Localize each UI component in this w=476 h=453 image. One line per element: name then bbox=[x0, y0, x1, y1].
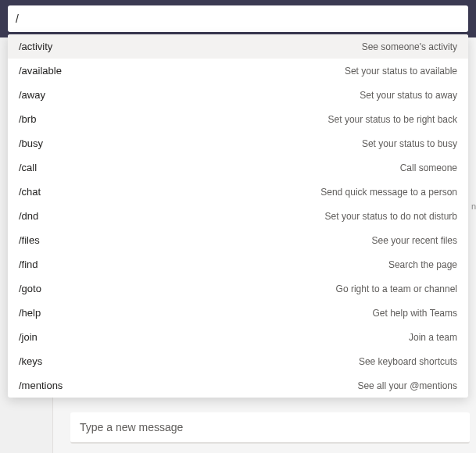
command-name: /away bbox=[19, 89, 45, 101]
command-item-mentions[interactable]: /mentionsSee all your @mentions bbox=[8, 373, 468, 398]
command-description: See your recent files bbox=[372, 235, 457, 246]
command-description: See all your @mentions bbox=[357, 380, 457, 391]
command-name: /join bbox=[19, 331, 38, 343]
command-name: /dnd bbox=[19, 210, 38, 222]
command-description: Get help with Teams bbox=[373, 308, 458, 319]
cropped-text: n bbox=[471, 202, 476, 211]
command-name: /available bbox=[19, 65, 62, 77]
message-input[interactable] bbox=[80, 421, 460, 433]
command-description: Send quick message to a person bbox=[320, 187, 457, 198]
command-description: Join a team bbox=[409, 332, 457, 343]
command-item-activity[interactable]: /activitySee someone's activity bbox=[8, 34, 468, 59]
command-name: /keys bbox=[19, 355, 42, 367]
command-description: Call someone bbox=[400, 162, 457, 173]
command-item-busy[interactable]: /busySet your status to busy bbox=[8, 131, 468, 155]
command-suggestions-dropdown: /activitySee someone's activity/availabl… bbox=[8, 34, 468, 398]
command-description: Search the page bbox=[388, 259, 457, 270]
command-item-join[interactable]: /joinJoin a team bbox=[8, 325, 468, 349]
command-description: See keyboard shortcuts bbox=[359, 356, 457, 367]
command-description: See someone's activity bbox=[362, 41, 457, 52]
title-bar bbox=[0, 0, 476, 37]
command-description: Set your status to available bbox=[345, 66, 457, 77]
command-item-goto[interactable]: /gotoGo right to a team or channel bbox=[8, 276, 468, 301]
command-name: /mentions bbox=[19, 380, 63, 391]
command-item-help[interactable]: /helpGet help with Teams bbox=[8, 301, 468, 325]
command-item-call[interactable]: /callCall someone bbox=[8, 155, 468, 180]
command-search-box[interactable] bbox=[8, 5, 468, 32]
command-search-input[interactable] bbox=[16, 12, 460, 25]
command-name: /busy bbox=[19, 137, 43, 149]
command-name: /help bbox=[19, 307, 41, 319]
command-item-away[interactable]: /awaySet your status to away bbox=[8, 83, 468, 107]
command-item-files[interactable]: /filesSee your recent files bbox=[8, 228, 468, 252]
command-name: /goto bbox=[19, 283, 41, 294]
command-name: /chat bbox=[19, 186, 41, 198]
command-name: /activity bbox=[19, 41, 52, 52]
command-description: Set your status to do not disturb bbox=[325, 211, 457, 222]
command-item-available[interactable]: /availableSet your status to available bbox=[8, 59, 468, 83]
command-description: Set your status to be right back bbox=[328, 114, 457, 125]
command-item-brb[interactable]: /brbSet your status to be right back bbox=[8, 107, 468, 131]
command-description: Set your status to busy bbox=[362, 138, 457, 149]
command-description: Set your status to away bbox=[360, 90, 457, 101]
command-item-keys[interactable]: /keysSee keyboard shortcuts bbox=[8, 349, 468, 373]
command-name: /call bbox=[19, 162, 37, 173]
command-item-dnd[interactable]: /dndSet your status to do not disturb bbox=[8, 204, 468, 228]
command-item-chat[interactable]: /chatSend quick message to a person bbox=[8, 180, 468, 204]
command-name: /brb bbox=[19, 113, 36, 125]
command-name: /files bbox=[19, 234, 40, 246]
command-name: /find bbox=[19, 259, 38, 270]
command-item-find[interactable]: /findSearch the page bbox=[8, 252, 468, 276]
message-compose-box[interactable] bbox=[70, 412, 470, 444]
command-description: Go right to a team or channel bbox=[336, 284, 457, 294]
